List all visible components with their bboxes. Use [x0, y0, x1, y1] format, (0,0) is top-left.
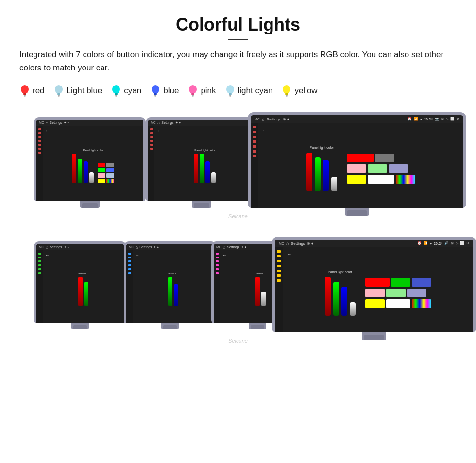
svg-rect-7: [58, 96, 59, 97]
svg-rect-26: [286, 95, 288, 96]
svg-rect-15: [155, 96, 156, 97]
panel-label-2: Panel light color: [194, 149, 215, 152]
back-arrow-5: ←: [135, 253, 211, 257]
color-item-lightcyan: light cyan: [225, 84, 273, 98]
svg-rect-9: [115, 93, 118, 95]
settings-label-7: Settings: [291, 241, 305, 246]
description-text: Integrated with 7 colors of button indic…: [19, 48, 457, 74]
color-list: red Light blue cyan: [19, 84, 457, 98]
bulb-icon-cyan: [111, 84, 121, 98]
color-label-red: red: [33, 86, 45, 96]
svg-point-16: [189, 85, 197, 94]
back-arrow-7: ←: [287, 251, 469, 257]
color-label-cyan: cyan: [124, 86, 141, 96]
svg-rect-11: [116, 96, 117, 97]
svg-rect-23: [229, 96, 231, 97]
panel-label-7: Panel light color: [328, 270, 352, 274]
bulb-icon-blue: [150, 84, 161, 98]
top-devices-row: MC ⌂ Settings ✦ ♦: [19, 112, 457, 229]
svg-rect-18: [192, 95, 194, 96]
bottom-devices-row: MC ⌂ Settings ✦ ♦: [19, 237, 457, 353]
bulb-icon-red: [19, 84, 30, 98]
color-item-pink: pink: [187, 84, 216, 98]
device-1: MC ⌂ Settings ✦ ♦: [34, 117, 146, 208]
color-item-blue: blue: [150, 84, 179, 98]
svg-rect-2: [24, 95, 26, 96]
svg-point-8: [112, 85, 120, 94]
svg-point-12: [152, 85, 159, 94]
svg-rect-14: [154, 95, 156, 96]
back-arrow-2: ←: [157, 128, 253, 133]
color-label-blue: blue: [163, 86, 179, 96]
back-arrow-4: ←: [45, 253, 121, 257]
color-item-red: red: [19, 84, 45, 98]
device-4: MC ⌂ Settings ✦ ♦: [34, 241, 126, 329]
back-arrow-3: ←: [262, 127, 459, 133]
bulb-icon-pink: [187, 84, 198, 98]
page-title: Colorful Lights: [19, 15, 457, 35]
svg-rect-6: [58, 95, 60, 96]
svg-rect-3: [24, 96, 26, 97]
svg-rect-25: [285, 93, 288, 95]
svg-point-24: [283, 85, 290, 94]
device-2: MC ⌂ Settings ✦ ♦: [146, 117, 257, 208]
svg-rect-17: [191, 93, 194, 95]
color-item-cyan: cyan: [111, 84, 141, 98]
color-label-lightcyan: light cyan: [238, 86, 273, 96]
settings-label-1: Settings: [50, 121, 62, 124]
panel-label-3: Panel light color: [310, 146, 334, 149]
color-label-lightblue: Light blue: [67, 86, 102, 96]
svg-rect-5: [57, 93, 60, 95]
device-3: MC ⌂ Settings ⊙ ♦ ⏰ 📶 ♥ 20:24 📷 ⊠: [248, 112, 466, 216]
color-label-pink: pink: [201, 86, 216, 96]
bulb-icon-lightblue: [53, 84, 64, 98]
svg-rect-22: [229, 95, 231, 96]
svg-rect-1: [23, 93, 26, 95]
svg-rect-21: [229, 93, 232, 95]
svg-point-0: [21, 85, 29, 94]
settings-label-4: Settings: [50, 245, 62, 249]
settings-label-2: Settings: [161, 121, 173, 124]
page-container: Colorful Lights Integrated with 7 colors…: [0, 0, 476, 368]
device-7: MC ⌂ Settings ⊙ ♦ ⏰ 📶 ♥ 20:24 🔊 ⊠: [272, 237, 476, 340]
watermark-top: Seicane: [228, 213, 248, 219]
color-label-yellow: yellow: [294, 86, 317, 96]
color-item-lightblue: Light blue: [53, 84, 102, 98]
svg-rect-19: [192, 96, 194, 97]
panel-label-1: Panel light color: [83, 149, 103, 152]
bulb-icon-yellow: [281, 84, 292, 98]
svg-point-4: [55, 85, 63, 94]
svg-rect-10: [115, 95, 117, 96]
back-arrow-1: ←: [45, 128, 141, 133]
svg-rect-27: [286, 96, 288, 97]
device-5: MC ⌂ Settings ✦ ♦: [124, 241, 216, 329]
title-divider: [228, 39, 248, 40]
settings-label-6: Settings: [227, 245, 239, 249]
svg-point-20: [226, 85, 234, 94]
svg-rect-13: [154, 93, 157, 95]
settings-label-5: Settings: [139, 245, 152, 249]
color-item-yellow: yellow: [281, 84, 317, 98]
watermark-bottom: Seicane: [228, 338, 248, 343]
settings-label-3: Settings: [267, 117, 281, 121]
bulb-icon-lightcyan: [225, 84, 236, 98]
